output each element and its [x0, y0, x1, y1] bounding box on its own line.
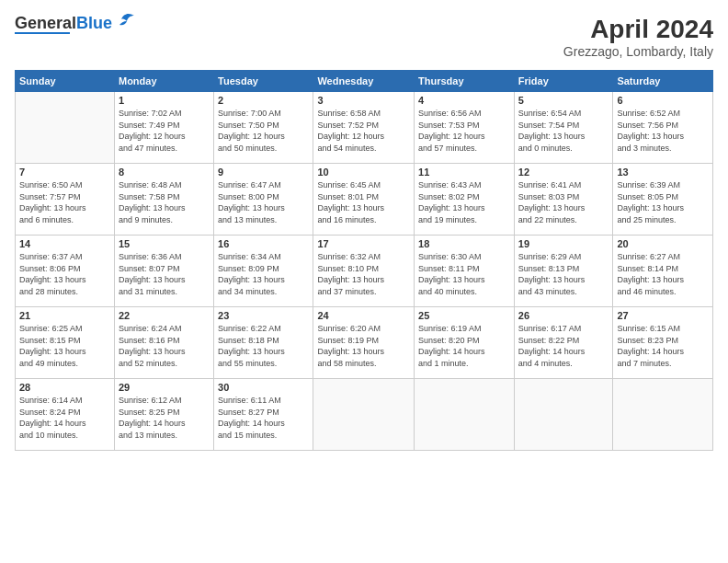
- day-number: 3: [317, 95, 410, 106]
- day-info: Sunrise: 6:48 AMSunset: 7:58 PMDaylight:…: [119, 179, 210, 225]
- day-info: Sunrise: 6:52 AMSunset: 7:56 PMDaylight:…: [617, 108, 709, 154]
- calendar-cell: 30Sunrise: 6:11 AMSunset: 8:27 PMDayligh…: [214, 379, 313, 451]
- calendar-table: Sunday Monday Tuesday Wednesday Thursday…: [15, 70, 713, 451]
- day-info: Sunrise: 6:37 AMSunset: 8:06 PMDaylight:…: [19, 251, 110, 297]
- calendar-cell: 15Sunrise: 6:36 AMSunset: 8:07 PMDayligh…: [114, 236, 213, 307]
- day-number: 27: [617, 310, 709, 321]
- day-info: Sunrise: 6:45 AMSunset: 8:01 PMDaylight:…: [317, 179, 410, 225]
- day-number: 21: [19, 310, 110, 321]
- calendar-cell: 25Sunrise: 6:19 AMSunset: 8:20 PMDayligh…: [415, 307, 515, 379]
- day-info: Sunrise: 6:20 AMSunset: 8:19 PMDaylight:…: [317, 323, 410, 369]
- col-sunday: Sunday: [16, 71, 115, 92]
- col-tuesday: Tuesday: [214, 71, 313, 92]
- day-number: 15: [119, 238, 210, 249]
- calendar-cell: 11Sunrise: 6:43 AMSunset: 8:02 PMDayligh…: [415, 164, 515, 236]
- calendar-cell: 28Sunrise: 6:14 AMSunset: 8:24 PMDayligh…: [16, 379, 115, 451]
- day-info: Sunrise: 6:24 AMSunset: 8:16 PMDaylight:…: [119, 323, 210, 369]
- day-number: 2: [218, 95, 309, 106]
- calendar-cell: 10Sunrise: 6:45 AMSunset: 8:01 PMDayligh…: [313, 164, 415, 236]
- day-info: Sunrise: 6:50 AMSunset: 7:57 PMDaylight:…: [19, 179, 110, 225]
- day-info: Sunrise: 6:14 AMSunset: 8:24 PMDaylight:…: [19, 395, 110, 441]
- day-info: Sunrise: 6:58 AMSunset: 7:52 PMDaylight:…: [317, 108, 410, 154]
- day-number: 4: [418, 95, 510, 106]
- day-number: 5: [518, 95, 609, 106]
- day-number: 9: [218, 167, 309, 178]
- title-block: April 2024 Grezzago, Lombardy, Italy: [563, 15, 713, 59]
- calendar-cell: 19Sunrise: 6:29 AMSunset: 8:13 PMDayligh…: [514, 236, 613, 307]
- calendar-cell: 9Sunrise: 6:47 AMSunset: 8:00 PMDaylight…: [214, 164, 313, 236]
- header: GeneralBlue April 2024 Grezzago, Lombard…: [15, 15, 713, 59]
- calendar-cell: 21Sunrise: 6:25 AMSunset: 8:15 PMDayligh…: [16, 307, 115, 379]
- location: Grezzago, Lombardy, Italy: [563, 44, 713, 59]
- calendar-cell: 12Sunrise: 6:41 AMSunset: 8:03 PMDayligh…: [514, 164, 613, 236]
- calendar-cell: 4Sunrise: 6:56 AMSunset: 7:53 PMDaylight…: [415, 92, 515, 164]
- calendar-cell: 6Sunrise: 6:52 AMSunset: 7:56 PMDaylight…: [613, 92, 713, 164]
- calendar-cell: 22Sunrise: 6:24 AMSunset: 8:16 PMDayligh…: [114, 307, 213, 379]
- page-container: GeneralBlue April 2024 Grezzago, Lombard…: [0, 0, 728, 458]
- calendar-cell: 27Sunrise: 6:15 AMSunset: 8:23 PMDayligh…: [613, 307, 713, 379]
- calendar-cell: 3Sunrise: 6:58 AMSunset: 7:52 PMDaylight…: [313, 92, 415, 164]
- day-info: Sunrise: 6:34 AMSunset: 8:09 PMDaylight:…: [218, 251, 309, 297]
- col-thursday: Thursday: [415, 71, 515, 92]
- day-info: Sunrise: 6:27 AMSunset: 8:14 PMDaylight:…: [617, 251, 709, 297]
- day-number: 25: [418, 310, 510, 321]
- day-number: 26: [518, 310, 609, 321]
- calendar-cell: 20Sunrise: 6:27 AMSunset: 8:14 PMDayligh…: [613, 236, 713, 307]
- calendar-cell: 17Sunrise: 6:32 AMSunset: 8:10 PMDayligh…: [313, 236, 415, 307]
- calendar-cell: [415, 379, 515, 451]
- calendar-cell: 29Sunrise: 6:12 AMSunset: 8:25 PMDayligh…: [114, 379, 213, 451]
- day-info: Sunrise: 6:17 AMSunset: 8:22 PMDaylight:…: [518, 323, 609, 369]
- day-number: 12: [518, 167, 609, 178]
- calendar-cell: 13Sunrise: 6:39 AMSunset: 8:05 PMDayligh…: [613, 164, 713, 236]
- day-number: 24: [317, 310, 410, 321]
- col-monday: Monday: [114, 71, 213, 92]
- day-info: Sunrise: 6:56 AMSunset: 7:53 PMDaylight:…: [418, 108, 510, 154]
- day-number: 18: [418, 238, 510, 249]
- day-number: 6: [617, 95, 709, 106]
- calendar-week-4: 21Sunrise: 6:25 AMSunset: 8:15 PMDayligh…: [16, 307, 713, 379]
- logo-text: GeneralBlue: [15, 15, 112, 31]
- logo: GeneralBlue: [15, 15, 134, 34]
- day-number: 20: [617, 238, 709, 249]
- day-number: 11: [418, 167, 510, 178]
- calendar-cell: 23Sunrise: 6:22 AMSunset: 8:18 PMDayligh…: [214, 307, 313, 379]
- calendar-cell: 26Sunrise: 6:17 AMSunset: 8:22 PMDayligh…: [514, 307, 613, 379]
- col-wednesday: Wednesday: [313, 71, 415, 92]
- calendar-cell: [313, 379, 415, 451]
- day-info: Sunrise: 6:30 AMSunset: 8:11 PMDaylight:…: [418, 251, 510, 297]
- day-info: Sunrise: 6:12 AMSunset: 8:25 PMDaylight:…: [119, 395, 210, 441]
- calendar-week-1: 1Sunrise: 7:02 AMSunset: 7:49 PMDaylight…: [16, 92, 713, 164]
- col-friday: Friday: [514, 71, 613, 92]
- calendar-week-5: 28Sunrise: 6:14 AMSunset: 8:24 PMDayligh…: [16, 379, 713, 451]
- calendar-cell: 14Sunrise: 6:37 AMSunset: 8:06 PMDayligh…: [16, 236, 115, 307]
- day-number: 22: [119, 310, 210, 321]
- day-info: Sunrise: 6:54 AMSunset: 7:54 PMDaylight:…: [518, 108, 609, 154]
- calendar-cell: 5Sunrise: 6:54 AMSunset: 7:54 PMDaylight…: [514, 92, 613, 164]
- day-info: Sunrise: 6:22 AMSunset: 8:18 PMDaylight:…: [218, 323, 309, 369]
- day-info: Sunrise: 6:41 AMSunset: 8:03 PMDaylight:…: [518, 179, 609, 225]
- day-info: Sunrise: 7:00 AMSunset: 7:50 PMDaylight:…: [218, 108, 309, 154]
- logo-bird-icon: [114, 12, 134, 27]
- calendar-cell: [16, 92, 115, 164]
- day-info: Sunrise: 6:39 AMSunset: 8:05 PMDaylight:…: [617, 179, 709, 225]
- calendar-cell: 24Sunrise: 6:20 AMSunset: 8:19 PMDayligh…: [313, 307, 415, 379]
- header-row: Sunday Monday Tuesday Wednesday Thursday…: [16, 71, 713, 92]
- calendar-week-3: 14Sunrise: 6:37 AMSunset: 8:06 PMDayligh…: [16, 236, 713, 307]
- calendar-week-2: 7Sunrise: 6:50 AMSunset: 7:57 PMDaylight…: [16, 164, 713, 236]
- calendar-cell: 18Sunrise: 6:30 AMSunset: 8:11 PMDayligh…: [415, 236, 515, 307]
- day-info: Sunrise: 6:11 AMSunset: 8:27 PMDaylight:…: [218, 395, 309, 441]
- day-number: 7: [19, 167, 110, 178]
- month-year: April 2024: [563, 15, 713, 44]
- day-number: 16: [218, 238, 309, 249]
- day-info: Sunrise: 6:29 AMSunset: 8:13 PMDaylight:…: [518, 251, 609, 297]
- day-info: Sunrise: 6:43 AMSunset: 8:02 PMDaylight:…: [418, 179, 510, 225]
- day-info: Sunrise: 6:15 AMSunset: 8:23 PMDaylight:…: [617, 323, 709, 369]
- day-number: 28: [19, 382, 110, 393]
- day-info: Sunrise: 6:36 AMSunset: 8:07 PMDaylight:…: [119, 251, 210, 297]
- day-number: 8: [119, 167, 210, 178]
- day-number: 1: [119, 95, 210, 106]
- day-number: 13: [617, 167, 709, 178]
- day-info: Sunrise: 6:25 AMSunset: 8:15 PMDaylight:…: [19, 323, 110, 369]
- day-number: 17: [317, 238, 410, 249]
- day-number: 19: [518, 238, 609, 249]
